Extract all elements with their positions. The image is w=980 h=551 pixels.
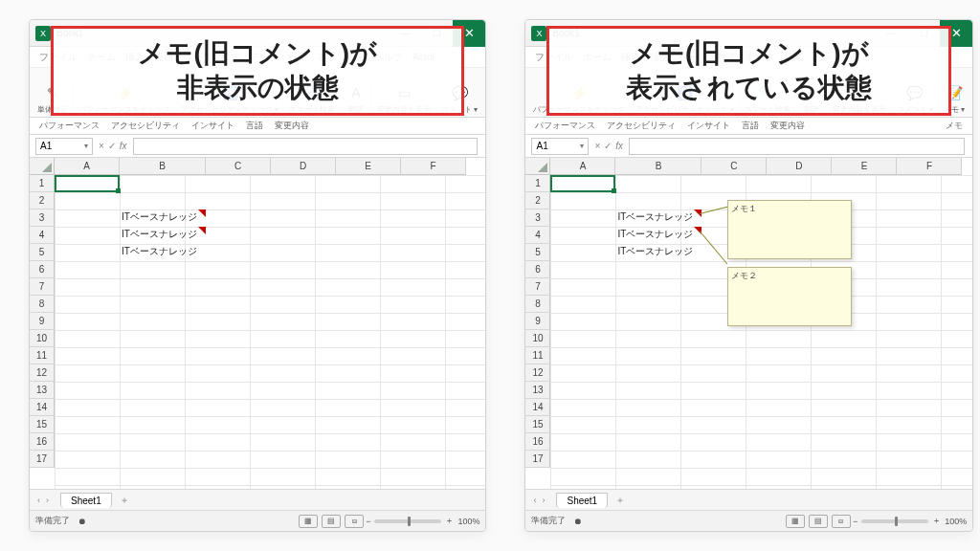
row-6[interactable]: 6 [525, 261, 550, 278]
tab-file[interactable]: ファイル [39, 51, 78, 64]
add-sheet-button[interactable]: ＋ [120, 494, 129, 507]
select-all-corner[interactable] [30, 158, 55, 175]
worksheet-grid[interactable]: A B C D E F 1234567891011121314151617 IT… [30, 158, 485, 489]
view-page-break-button[interactable]: ⧈ [345, 515, 364, 528]
zoom-slider[interactable] [374, 519, 441, 523]
formula-input[interactable] [133, 138, 479, 155]
col-A[interactable]: A [55, 158, 120, 175]
view-normal-button[interactable]: ▦ [299, 515, 318, 528]
tab-file[interactable]: ファイル [535, 51, 573, 64]
row-7[interactable]: 7 [525, 278, 550, 296]
ribbon-performance[interactable]: ⚡ パフォーマンスをチェック [75, 82, 175, 115]
cancel-icon[interactable]: × [594, 141, 600, 151]
row-10[interactable]: 10 [30, 330, 55, 347]
row-5[interactable]: 5 [525, 244, 550, 261]
col-A[interactable]: A [550, 158, 615, 175]
ribbon-smart-lookup[interactable]: 🔍 スマート検索 [285, 82, 340, 115]
tab-formulas[interactable]: 数式 [717, 51, 736, 64]
row-3[interactable]: 3 [525, 209, 550, 227]
row-11[interactable]: 11 [30, 347, 55, 364]
row-13[interactable]: 13 [30, 382, 55, 399]
cell-B4[interactable]: ITベースナレッジ [122, 228, 197, 241]
row-2[interactable]: 2 [30, 192, 55, 209]
tab-next-icon[interactable]: › [46, 496, 49, 505]
minimize-button[interactable]: — [388, 20, 420, 47]
row-17[interactable]: 17 [525, 451, 550, 468]
cells-area[interactable]: ITベースナレッジ ITベースナレッジ ITベースナレッジ メモ１ メモ２ [550, 175, 972, 489]
view-page-layout-button[interactable]: ▤ [809, 515, 828, 528]
row-15[interactable]: 15 [525, 416, 550, 433]
row-16[interactable]: 16 [525, 433, 550, 451]
close-button[interactable]: ✕ [940, 20, 972, 47]
tab-next-icon[interactable]: › [542, 496, 545, 505]
cancel-icon[interactable]: × [99, 141, 104, 151]
view-page-layout-button[interactable]: ▤ [322, 515, 341, 528]
tab-home[interactable]: ホーム [87, 51, 116, 64]
cells-area[interactable]: ITベースナレッジ ITベースナレッジ ITベースナレッジ [55, 175, 485, 489]
ribbon-show-changes[interactable]: ▭ 変更内容を表示 [373, 82, 435, 115]
worksheet-grid[interactable]: A B C D E F 1234567891011121314151617 IT… [525, 158, 972, 489]
col-E[interactable]: E [336, 158, 401, 175]
minimize-button[interactable]: — [875, 20, 907, 47]
row-3[interactable]: 3 [30, 209, 55, 227]
col-D[interactable]: D [767, 158, 832, 175]
maximize-button[interactable]: ☐ [907, 20, 940, 47]
cell-B5[interactable]: ITベースナレッジ [617, 245, 693, 258]
row-9[interactable]: 9 [30, 313, 55, 330]
tab-insert[interactable]: 挿入 [125, 51, 145, 64]
fx-icon[interactable]: fx [120, 141, 127, 151]
memo-note-2[interactable]: メモ２ [727, 267, 852, 326]
name-box[interactable]: A1 ▾ [35, 138, 93, 155]
row-9[interactable]: 9 [525, 313, 550, 330]
row-12[interactable]: 12 [30, 364, 55, 382]
sheet-tab-sheet1[interactable]: Sheet1 [556, 493, 608, 508]
close-button[interactable]: ✕ [453, 20, 485, 47]
cell-B4[interactable]: ITベースナレッジ [617, 228, 693, 241]
row-8[interactable]: 8 [30, 296, 55, 313]
ribbon-spellcheck[interactable]: ✎ 単体校正 [33, 82, 73, 115]
row-7[interactable]: 7 [30, 278, 55, 296]
tab-draw[interactable]: 描画 [650, 51, 669, 64]
zoom-in-button[interactable]: ＋ [932, 515, 941, 527]
memo-note-1[interactable]: メモ１ [727, 200, 852, 259]
col-B[interactable]: B [615, 158, 702, 175]
tab-review[interactable]: 校閲 [288, 51, 307, 64]
ribbon-accessibility[interactable]: ♿ アクセシビリティチェック ▾ [177, 82, 283, 115]
zoom-out-button[interactable]: − [853, 517, 858, 526]
tab-view[interactable]: 表示 [317, 51, 336, 64]
tab-review[interactable]: 校閲 [784, 51, 803, 64]
row-4[interactable]: 4 [525, 227, 550, 244]
row-15[interactable]: 15 [30, 416, 55, 433]
row-14[interactable]: 14 [525, 399, 550, 416]
tab-acrobat[interactable]: Acrol [412, 52, 434, 62]
row-14[interactable]: 14 [30, 399, 55, 416]
tab-formulas[interactable]: 数式 [221, 51, 240, 64]
col-C[interactable]: C [206, 158, 271, 175]
tab-draw[interactable]: 描画 [154, 51, 173, 64]
tab-prev-icon[interactable]: ‹ [533, 496, 536, 505]
col-F[interactable]: F [401, 158, 466, 175]
record-macro-icon[interactable]: ⏺ [78, 517, 86, 526]
memo-indicator-B3[interactable] [198, 209, 206, 217]
zoom-value[interactable]: 100% [457, 517, 479, 526]
view-page-break-button[interactable]: ⧈ [832, 515, 851, 528]
maximize-button[interactable]: ☐ [420, 20, 453, 47]
ribbon-memo[interactable]: 📝 メモ ▾ [940, 82, 969, 115]
zoom-value[interactable]: 100% [945, 517, 967, 526]
tab-data[interactable]: データ [746, 51, 774, 64]
view-normal-button[interactable]: ▦ [786, 515, 805, 528]
zoom-slider[interactable] [861, 519, 928, 523]
cell-B3[interactable]: ITベースナレッジ [122, 210, 197, 224]
col-C[interactable]: C [702, 158, 767, 175]
ribbon-translate[interactable]: A 翻訳 [342, 82, 371, 115]
tab-insert[interactable]: 挿入 [621, 51, 640, 64]
col-E[interactable]: E [832, 158, 897, 175]
row-13[interactable]: 13 [525, 382, 550, 399]
ribbon-smart-lookup[interactable]: 🔍 スマート検索 [741, 82, 795, 115]
ribbon-show-changes[interactable]: ▭ 変更内容を表示 [829, 82, 891, 115]
row-12[interactable]: 12 [525, 364, 550, 382]
row-16[interactable]: 16 [30, 433, 55, 451]
tab-dev[interactable]: 開発 [345, 51, 365, 64]
name-box[interactable]: A1 ▾ [531, 138, 589, 155]
zoom-in-button[interactable]: ＋ [445, 515, 454, 527]
